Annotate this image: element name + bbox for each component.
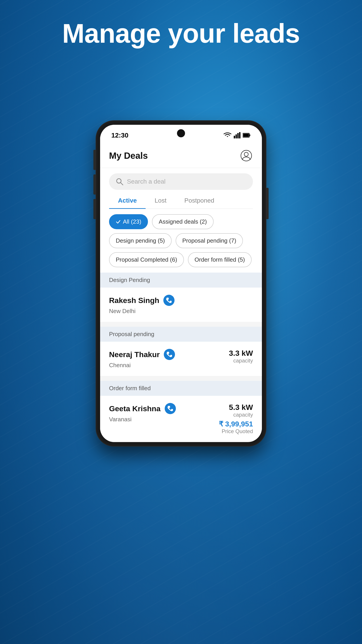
- phone-call-icon-neeraj[interactable]: [164, 349, 175, 360]
- filter-chip-proposal-completed[interactable]: Proposal Completed (6): [109, 252, 184, 267]
- deal-right-neeraj: 3.3 kW capacity: [229, 349, 253, 364]
- deal-location-neeraj: Chennai: [109, 362, 131, 368]
- svg-rect-3: [239, 132, 240, 138]
- tab-postponed[interactable]: Postponed: [175, 191, 223, 209]
- deal-left-geeta: Geeta Krishna Varanasi: [109, 403, 219, 423]
- deal-name-rakesh: Rakesh Singh: [109, 296, 159, 305]
- filters-section: All (23) Assigned deals (2) Design pendi…: [100, 209, 262, 272]
- svg-rect-0: [234, 136, 235, 138]
- svg-rect-5: [249, 134, 250, 136]
- hero-title: Manage your leads: [0, 18, 362, 49]
- deal-kw-label-neeraj: capacity: [229, 358, 253, 364]
- app-header: My Deals: [100, 143, 262, 168]
- deal-name-row-neeraj: Neeraj Thakur: [109, 349, 229, 360]
- tab-active[interactable]: Active: [109, 191, 146, 209]
- section-order-form-header: Order form filled: [100, 381, 262, 396]
- tabs-row: Active Lost Postponed: [109, 191, 253, 209]
- phone-frame: 12:30: [96, 121, 266, 446]
- section-design-pending-title: Design Pending: [109, 276, 150, 283]
- filter-chip-assigned[interactable]: Assigned deals (2): [152, 214, 213, 229]
- filter-chip-all[interactable]: All (23): [109, 214, 148, 229]
- app-content: My Deals: [100, 143, 262, 272]
- deal-left-neeraj: Neeraj Thakur Chennai: [109, 349, 229, 369]
- battery-icon: [243, 132, 251, 138]
- section-proposal-pending-header: Proposal pending: [100, 327, 262, 342]
- svg-point-8: [244, 152, 248, 156]
- filter-chip-proposal-pending[interactable]: Proposal pending (7): [176, 233, 243, 248]
- deal-name-geeta: Geeta Krishna: [109, 404, 161, 413]
- section-gap-1: [100, 322, 262, 327]
- search-section: Search a deal: [100, 168, 262, 190]
- section-gap-2: [100, 376, 262, 381]
- phone-call-icon-rakesh[interactable]: [163, 295, 175, 306]
- page-title: My Deals: [109, 151, 148, 161]
- check-icon: [116, 219, 121, 224]
- search-bar[interactable]: Search a deal: [109, 173, 253, 190]
- deal-location-geeta: Varanasi: [109, 416, 132, 422]
- status-icons: [223, 132, 251, 138]
- section-design-pending-header: Design Pending: [100, 272, 262, 288]
- phone-screen: 12:30: [100, 125, 262, 442]
- deal-price-geeta: ₹ 3,99,951: [219, 420, 253, 428]
- phone-call-icon-geeta[interactable]: [165, 403, 176, 414]
- deal-kw-geeta: 5.3 kW: [229, 403, 253, 412]
- section-proposal-pending-title: Proposal pending: [109, 331, 154, 338]
- status-bar: 12:30: [100, 125, 262, 143]
- tab-lost[interactable]: Lost: [146, 191, 175, 209]
- svg-rect-6: [243, 134, 249, 137]
- filter-chip-order-form[interactable]: Order form filled (5): [188, 252, 252, 267]
- search-icon: [116, 178, 123, 185]
- status-time: 12:30: [111, 132, 128, 139]
- deal-kw-label-geeta: capacity: [219, 412, 253, 418]
- deal-name-neeraj: Neeraj Thakur: [109, 350, 160, 359]
- svg-rect-2: [237, 133, 239, 138]
- section-order-form-title: Order form filled: [109, 385, 151, 392]
- phone-icon: [167, 406, 173, 412]
- deal-price-label-geeta: Price Quoted: [219, 428, 253, 434]
- signal-icon: [234, 132, 240, 138]
- deal-right-geeta: 5.3 kW capacity ₹ 3,99,951 Price Quoted: [219, 403, 253, 434]
- phone-mockup: 12:30: [96, 121, 266, 446]
- hero-section: Manage your leads: [0, 18, 362, 49]
- phone-icon: [166, 351, 173, 358]
- profile-button[interactable]: [240, 149, 253, 162]
- tabs-section: Active Lost Postponed: [100, 191, 262, 209]
- profile-icon: [240, 150, 252, 162]
- deal-name-row-geeta: Geeta Krishna: [109, 403, 219, 414]
- deal-name-row-rakesh: Rakesh Singh: [109, 295, 253, 306]
- deal-kw-neeraj: 3.3 kW: [229, 349, 253, 357]
- deal-card-rakesh[interactable]: Rakesh Singh New Delhi: [100, 288, 262, 322]
- deal-left-rakesh: Rakesh Singh New Delhi: [109, 295, 253, 314]
- search-placeholder: Search a deal: [127, 178, 166, 185]
- deals-list: Design Pending Rakesh Singh New Delh: [100, 272, 262, 442]
- svg-line-10: [121, 183, 123, 185]
- wifi-icon: [223, 132, 232, 138]
- svg-rect-1: [236, 134, 237, 138]
- deal-location-rakesh: New Delhi: [109, 308, 136, 314]
- filter-chip-design-pending[interactable]: Design pending (5): [109, 233, 172, 248]
- deal-card-neeraj[interactable]: Neeraj Thakur Chennai 3.3 kW capacity: [100, 342, 262, 376]
- deal-card-geeta[interactable]: Geeta Krishna Varanasi 5.3 kW capacity: [100, 396, 262, 442]
- camera-notch: [177, 129, 185, 137]
- phone-icon: [166, 297, 172, 304]
